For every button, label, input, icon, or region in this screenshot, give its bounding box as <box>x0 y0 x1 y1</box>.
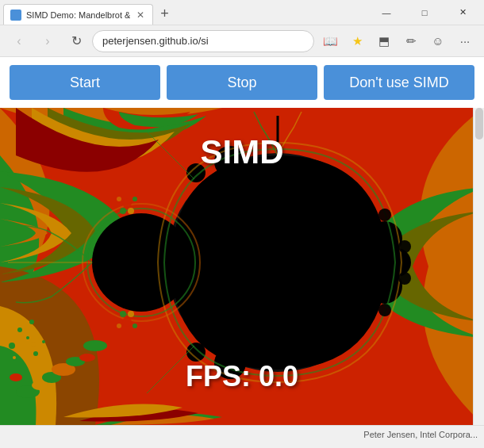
new-tab-button[interactable]: + <box>153 2 175 25</box>
reading-mode-button[interactable]: 📖 <box>317 29 343 54</box>
browser-tab[interactable]: SIMD Demo: Mandelbrot & ✕ <box>3 4 153 25</box>
svg-point-21 <box>214 146 246 178</box>
svg-point-22 <box>214 347 246 379</box>
forward-button[interactable]: › <box>35 29 60 54</box>
svg-point-35 <box>133 197 137 201</box>
svg-point-14 <box>29 320 34 324</box>
svg-point-15 <box>22 332 25 335</box>
more-icon: ··· <box>460 34 471 48</box>
maximize-button[interactable]: □ <box>406 0 443 25</box>
svg-point-33 <box>128 208 134 214</box>
svg-point-8 <box>83 340 107 351</box>
svg-point-42 <box>378 304 391 316</box>
refresh-icon: ↻ <box>71 33 82 48</box>
nav-bar: ‹ › ↻ peterjensen.github.io/si 📖 ★ ⬒ ✏ ☺… <box>0 25 484 57</box>
back-icon: ‹ <box>17 34 21 48</box>
svg-point-39 <box>117 324 121 328</box>
start-button[interactable]: Start <box>10 65 160 100</box>
address-text: peterjensen.github.io/si <box>102 35 304 47</box>
star-icon: ★ <box>352 34 363 48</box>
svg-point-3 <box>10 373 22 381</box>
status-bar: Peter Jensen, Intel Corpora... <box>0 425 484 442</box>
svg-point-37 <box>120 311 126 317</box>
no-simd-button[interactable]: Don't use SIMD <box>324 65 474 100</box>
close-button[interactable]: ✕ <box>444 0 481 25</box>
svg-point-38 <box>128 311 134 317</box>
svg-point-32 <box>120 208 126 214</box>
canvas-area: SIMD FPS: 0.0 <box>0 108 484 425</box>
svg-point-40 <box>133 324 137 328</box>
tab-area: SIMD Demo: Mandelbrot & ✕ + <box>3 0 368 25</box>
favorites-button[interactable]: ★ <box>344 29 370 54</box>
stop-button[interactable]: Stop <box>167 65 317 100</box>
svg-point-12 <box>33 351 38 356</box>
svg-point-7 <box>79 354 95 362</box>
mandelbrot-canvas <box>0 108 484 425</box>
svg-point-10 <box>26 336 29 339</box>
back-button[interactable]: ‹ <box>6 29 32 54</box>
svg-point-43 <box>398 240 411 253</box>
svg-point-34 <box>117 197 121 201</box>
refresh-button[interactable]: ↻ <box>63 29 89 54</box>
address-bar[interactable]: peterjensen.github.io/si <box>92 30 314 52</box>
share-icon: ⬒ <box>378 34 390 48</box>
svg-point-9 <box>17 327 22 332</box>
reading-icon: 📖 <box>323 34 338 48</box>
svg-point-44 <box>398 272 411 285</box>
svg-point-18 <box>40 346 43 349</box>
window-controls: — □ ✕ <box>368 0 481 25</box>
svg-point-16 <box>31 342 36 347</box>
svg-point-31 <box>122 198 132 208</box>
svg-point-11 <box>9 343 15 349</box>
share-button[interactable]: ⬒ <box>371 29 397 54</box>
svg-point-17 <box>13 356 16 359</box>
minimize-button[interactable]: — <box>368 0 405 25</box>
svg-point-20 <box>92 213 190 312</box>
tab-close-icon[interactable]: ✕ <box>135 10 146 21</box>
svg-point-36 <box>122 317 132 327</box>
svg-point-13 <box>42 340 45 343</box>
toolbar: Start Stop Don't use SIMD <box>0 57 484 108</box>
web-note-button[interactable]: ✏ <box>398 29 424 54</box>
svg-point-2 <box>32 381 48 390</box>
note-icon: ✏ <box>406 34 417 48</box>
more-button[interactable]: ··· <box>452 29 478 54</box>
tab-label: SIMD Demo: Mandelbrot & <box>26 10 130 20</box>
cortana-button[interactable]: ☺ <box>425 29 451 54</box>
cortana-icon: ☺ <box>432 34 444 48</box>
tab-favicon <box>10 10 21 21</box>
title-bar: SIMD Demo: Mandelbrot & ✕ + — □ ✕ <box>0 0 484 25</box>
forward-icon: › <box>45 34 49 48</box>
status-text: Peter Jensen, Intel Corpora... <box>363 430 478 439</box>
scrollbar[interactable] <box>473 108 484 425</box>
svg-point-41 <box>378 209 391 221</box>
nav-actions: 📖 ★ ⬒ ✏ ☺ ··· <box>317 29 478 54</box>
scrollbar-thumb[interactable] <box>475 108 483 140</box>
